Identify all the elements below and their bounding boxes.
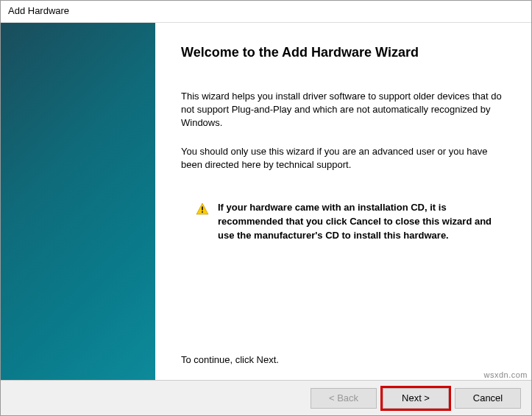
window-title: Add Hardware [8,5,69,16]
warning-row: If your hardware came with an installati… [181,201,502,243]
button-bar: < Back Next > Cancel [1,380,531,415]
titlebar: Add Hardware [1,1,531,23]
page-heading: Welcome to the Add Hardware Wizard [181,45,502,60]
content-area: Welcome to the Add Hardware Wizard This … [155,23,531,380]
intro-paragraph-1: This wizard helps you install driver sof… [181,90,502,130]
next-button[interactable]: Next > [383,388,449,409]
warning-text: If your hardware came with an installati… [218,201,502,243]
wizard-window: Add Hardware Welcome to the Add Hardware… [0,0,532,416]
warning-icon [196,202,209,218]
svg-rect-1 [202,206,203,210]
cancel-button[interactable]: Cancel [455,388,521,409]
wizard-body: Welcome to the Add Hardware Wizard This … [1,23,531,380]
back-button[interactable]: < Back [311,388,377,409]
watermark-text: wsxdn.com [483,370,528,379]
side-banner [1,23,155,380]
continue-text: To continue, click Next. [181,354,502,373]
intro-paragraph-2: You should only use this wizard if you a… [181,145,502,172]
svg-rect-2 [202,211,203,213]
